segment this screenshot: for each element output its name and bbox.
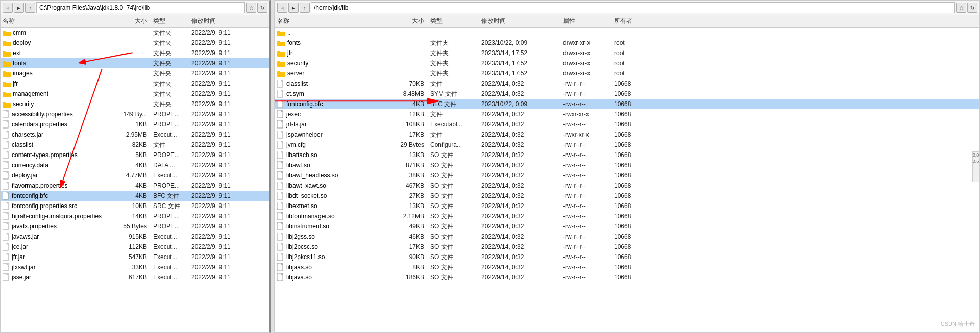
table-row[interactable]: server文件夹2023/3/14, 17:52drwxr-xr-xroot bbox=[275, 68, 979, 79]
table-row[interactable]: fontconfig.bfc4KBBFC 文件2023/10/22, 0:09-… bbox=[275, 99, 979, 109]
table-row[interactable]: .. bbox=[275, 28, 979, 38]
folder-icon bbox=[3, 100, 11, 108]
left-header-date[interactable]: 修改时间 bbox=[189, 17, 256, 25]
table-row[interactable]: libjaas.so8KBSO 文件2022/9/14, 0:32-rw-r--… bbox=[275, 262, 979, 272]
left-refresh-btn[interactable]: ↻ bbox=[257, 3, 267, 13]
table-row[interactable]: classlist82KB文件2022/2/9, 9:11 bbox=[1, 140, 270, 150]
table-row[interactable]: libattach.so13KBSO 文件2022/9/14, 0:32-rw-… bbox=[275, 150, 979, 160]
file-date: 2022/2/9, 9:11 bbox=[189, 151, 256, 159]
right-file-list[interactable]: ..fonts文件夹2023/10/22, 0:09drwxr-xr-xroot… bbox=[275, 28, 979, 332]
table-row[interactable]: libawt_headless.so38KBSO 文件2022/9/14, 0:… bbox=[275, 170, 979, 181]
table-row[interactable]: libdt_socket.so27KBSO 文件2022/9/14, 0:32-… bbox=[275, 191, 979, 201]
right-header-size[interactable]: 大小 bbox=[387, 17, 428, 25]
table-row[interactable]: jrt-fs.jar108KBExecutabl...2022/9/14, 0:… bbox=[275, 119, 979, 130]
file-type: 文件 bbox=[151, 141, 189, 149]
table-row[interactable]: libj2pcsc.so17KBSO 文件2022/9/14, 0:32-rw-… bbox=[275, 242, 979, 252]
table-row[interactable]: libinstrument.so49KBSO 文件2022/9/14, 0:32… bbox=[275, 221, 979, 232]
right-header-owner[interactable]: 所有者 bbox=[612, 17, 653, 25]
file-type: 文件夹 bbox=[151, 29, 189, 37]
table-row[interactable]: deploy.jar4.77MBExecut...2022/2/9, 9:11 bbox=[1, 170, 270, 181]
right-address-bar[interactable] bbox=[311, 2, 955, 13]
table-row[interactable]: jexec12KB文件2022/9/14, 0:32-rwxr-xr-x1066… bbox=[275, 109, 979, 119]
right-header-type[interactable]: 类型 bbox=[428, 17, 479, 25]
file-type: SO 文件 bbox=[428, 233, 479, 241]
table-row[interactable]: fontconfig.properties.src10KBSRC 文件2022/… bbox=[1, 201, 270, 211]
table-row[interactable]: jfxswt.jar33KBExecut...2022/2/9, 9:11 bbox=[1, 262, 270, 272]
table-row[interactable]: javafx.properties55 BytesPROPE...2022/2/… bbox=[1, 221, 270, 232]
table-row[interactable]: jspawnhelper17KB文件2022/9/14, 0:32-rwxr-x… bbox=[275, 130, 979, 140]
file-type: 文件夹 bbox=[151, 69, 189, 78]
left-bookmark-btn[interactable]: ☆ bbox=[246, 3, 256, 13]
table-row[interactable]: fontconfig.bfc4KBBFC 文件2022/2/9, 9:11 bbox=[1, 191, 270, 201]
table-row[interactable]: fonts文件夹2022/2/9, 9:11 bbox=[1, 58, 270, 68]
right-header-name[interactable]: 名称 bbox=[275, 17, 387, 25]
file-size: 13KB bbox=[387, 202, 428, 210]
file-name-text: deploy bbox=[13, 39, 31, 46]
file-size: 90KB bbox=[387, 253, 428, 261]
table-row[interactable]: jfr文件夹2023/3/14, 17:52drwxr-xr-xroot bbox=[275, 48, 979, 58]
file-owner: 10668 bbox=[612, 223, 653, 230]
table-row[interactable]: hijrah-config-umalqura.properties14KBPRO… bbox=[1, 211, 270, 221]
table-row[interactable]: security文件夹2023/3/14, 17:52drwxr-xr-xroo… bbox=[275, 58, 979, 68]
file-date: 2022/2/9, 9:11 bbox=[189, 100, 256, 108]
table-row[interactable]: jce.jar112KBExecut...2022/2/9, 9:11 bbox=[1, 242, 270, 252]
table-row[interactable]: libextnet.so13KBSO 文件2022/9/14, 0:32-rw-… bbox=[275, 201, 979, 211]
table-row[interactable]: images文件夹2022/2/9, 9:11 bbox=[1, 68, 270, 79]
table-row[interactable]: cmm文件夹2022/2/9, 9:11 bbox=[1, 28, 270, 38]
file-name-text: jspawnhelper bbox=[286, 131, 323, 138]
file-type: 文件夹 bbox=[151, 59, 189, 68]
file-type: Execut... bbox=[151, 172, 189, 179]
right-header-perm[interactable]: 属性 bbox=[561, 17, 612, 25]
file-name-text: flavormap.properties bbox=[12, 182, 67, 189]
table-row[interactable]: charsets.jar2.95MBExecut...2022/2/9, 9:1… bbox=[1, 130, 270, 140]
table-row[interactable]: jfr文件夹2022/2/9, 9:11 bbox=[1, 79, 270, 89]
table-row[interactable]: libawt.so871KBSO 文件2022/9/14, 0:32-rw-r-… bbox=[275, 160, 979, 170]
panel-divider[interactable] bbox=[271, 0, 275, 333]
right-panel: ◄ ► ↑ ☆ ↻ 名称 大小 类型 修改时间 属性 所有者 ..fonts文件… bbox=[275, 0, 980, 333]
right-up-btn[interactable]: ↑ bbox=[300, 3, 310, 13]
left-header-type[interactable]: 类型 bbox=[151, 17, 189, 25]
table-row[interactable]: fonts文件夹2023/10/22, 0:09drwxr-xr-xroot bbox=[275, 38, 979, 48]
table-row[interactable]: libjava.so186KBSO 文件2022/9/14, 0:32-rw-r… bbox=[275, 272, 979, 283]
table-row[interactable]: jfr.jar547KBExecut...2022/2/9, 9:11 bbox=[1, 252, 270, 262]
table-row[interactable]: classlist70KB文件2022/9/14, 0:32-rw-r--r--… bbox=[275, 79, 979, 89]
file-date: 2022/9/14, 0:32 bbox=[479, 162, 561, 169]
table-row[interactable]: content-types.properties5KBPROPE...2022/… bbox=[1, 150, 270, 160]
right-scrollbar[interactable]: 2.0 0.5 bbox=[972, 151, 979, 182]
table-row[interactable]: jvm.cfg29 BytesConfigura...2022/9/14, 0:… bbox=[275, 140, 979, 150]
file-name-text: libawt.so bbox=[286, 162, 310, 169]
table-row[interactable]: calendars.properties1KBPROPE...2022/2/9,… bbox=[1, 119, 270, 130]
table-row[interactable]: ct.sym8.48MBSYM 文件2022/9/14, 0:32-rw-r--… bbox=[275, 89, 979, 99]
table-row[interactable]: deploy文件夹2022/2/9, 9:11 bbox=[1, 38, 270, 48]
left-header-size[interactable]: 大小 bbox=[113, 17, 151, 25]
file-icon bbox=[3, 182, 10, 190]
table-row[interactable]: libj2gss.so46KBSO 文件2022/9/14, 0:32-rw-r… bbox=[275, 232, 979, 242]
file-size: 2.95MB bbox=[113, 131, 151, 138]
file-size: 1KB bbox=[113, 121, 151, 128]
table-row[interactable]: jsse.jar617KBExecut...2022/2/9, 9:11 bbox=[1, 272, 270, 283]
left-file-list[interactable]: cmm文件夹2022/2/9, 9:11deploy文件夹2022/2/9, 9… bbox=[1, 28, 270, 332]
file-type: SO 文件 bbox=[428, 192, 479, 200]
file-size: 13KB bbox=[387, 151, 428, 159]
file-type: Configura... bbox=[428, 141, 479, 148]
right-forward-btn[interactable]: ► bbox=[288, 3, 299, 13]
table-row[interactable]: currency.data4KBDATA ...2022/2/9, 9:11 bbox=[1, 160, 270, 170]
left-header-name[interactable]: 名称 bbox=[1, 17, 113, 25]
table-row[interactable]: libj2pkcs11.so90KBSO 文件2022/9/14, 0:32-r… bbox=[275, 252, 979, 262]
left-back-btn[interactable]: ◄ bbox=[3, 3, 13, 13]
table-row[interactable]: ext文件夹2022/2/9, 9:11 bbox=[1, 48, 270, 58]
left-forward-btn[interactable]: ► bbox=[14, 3, 24, 13]
table-row[interactable]: security文件夹2022/2/9, 9:11 bbox=[1, 99, 270, 109]
right-bookmark-btn[interactable]: ☆ bbox=[956, 3, 966, 13]
table-row[interactable]: accessibility.properties149 By...PROPE..… bbox=[1, 109, 270, 119]
table-row[interactable]: libawt_xawt.so467KBSO 文件2022/9/14, 0:32-… bbox=[275, 181, 979, 191]
table-row[interactable]: javaws.jar915KBExecut...2022/2/9, 9:11 bbox=[1, 232, 270, 242]
table-row[interactable]: management文件夹2022/2/9, 9:11 bbox=[1, 89, 270, 99]
right-refresh-btn[interactable]: ↻ bbox=[967, 3, 977, 13]
table-row[interactable]: flavormap.properties4KBPROPE...2022/2/9,… bbox=[1, 181, 270, 191]
right-header-date[interactable]: 修改时间 bbox=[479, 17, 561, 25]
left-address-bar[interactable] bbox=[36, 2, 245, 13]
table-row[interactable]: libfontmanager.so2.12MBSO 文件2022/9/14, 0… bbox=[275, 211, 979, 221]
left-up-btn[interactable]: ↑ bbox=[25, 3, 35, 13]
right-back-btn[interactable]: ◄ bbox=[277, 3, 287, 13]
